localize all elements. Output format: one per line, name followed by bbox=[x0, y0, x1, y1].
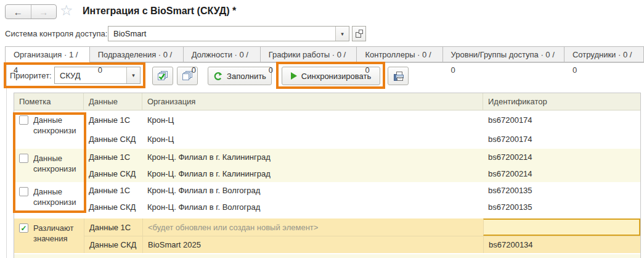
print-list-button[interactable] bbox=[388, 67, 409, 85]
cell-organization[interactable]: Крон-Ц bbox=[142, 110, 483, 130]
acs-value[interactable]: BioSmart bbox=[108, 27, 335, 41]
cell-organization[interactable]: BioSmart 2025 bbox=[142, 236, 483, 253]
tab-4[interactable]: Контроллеры · 0 / 0 bbox=[356, 46, 442, 62]
col-header-organization[interactable]: Организация bbox=[142, 93, 483, 110]
cell-source[interactable]: Данные СКД bbox=[84, 165, 142, 182]
acs-open-button[interactable] bbox=[352, 26, 366, 41]
fill-button[interactable]: Заполнить bbox=[208, 67, 272, 85]
mark-cell: Данные синхронизи bbox=[14, 182, 84, 215]
mark-cell: Данные синхронизи bbox=[14, 149, 84, 182]
cell-source[interactable]: Данные 1С bbox=[84, 110, 142, 130]
table-group-3: ✓Различают значенияДанные 1С<будет обнов… bbox=[14, 218, 640, 253]
cell-identifier[interactable]: bs67200174 bbox=[483, 110, 640, 130]
col-header-data[interactable]: Данные bbox=[84, 93, 142, 110]
set-all-marks-icon bbox=[157, 70, 169, 81]
col-header-identifier[interactable]: Идентификатор bbox=[483, 93, 640, 110]
tab-1[interactable]: Подразделения · 0 / 0 bbox=[89, 46, 183, 62]
cell-identifier[interactable]: bs67200174 bbox=[483, 130, 640, 149]
set-all-marks-button[interactable] bbox=[152, 67, 173, 85]
tab-bar: Организация · 1 / 4Подразделения · 0 / 0… bbox=[5, 46, 644, 63]
cell-organization[interactable]: Крон-Ц. Филиал в г. Калининград bbox=[142, 149, 483, 165]
printer-icon bbox=[393, 71, 404, 81]
mark-cell: ✓Различают значения bbox=[14, 218, 84, 253]
acs-combobox[interactable]: BioSmart ▾ bbox=[108, 26, 349, 41]
play-icon bbox=[291, 72, 297, 80]
mark-cell: Данные синхронизи bbox=[14, 110, 84, 149]
table-group-0: Данные синхронизиДанные 1СКрон-Цbs672001… bbox=[14, 110, 640, 149]
acs-dropdown-icon[interactable]: ▾ bbox=[335, 27, 349, 41]
table-header-row: Пометка Данные Организация Идентификатор bbox=[14, 93, 640, 110]
checkbox-unchecked[interactable] bbox=[19, 115, 28, 125]
tab-3[interactable]: Графики работы · 0 / 0 bbox=[260, 46, 357, 62]
mark-label: Данные синхронизи bbox=[33, 153, 81, 174]
fill-button-label: Заполнить bbox=[227, 72, 266, 81]
cell-source[interactable]: Данные 1С bbox=[84, 182, 142, 199]
table-group-1: Данные синхронизиДанные 1СКрон-Ц. Филиал… bbox=[14, 149, 640, 182]
mark-label: Данные синхронизи bbox=[33, 186, 81, 207]
cell-identifier[interactable]: bs67200214 bbox=[483, 149, 640, 165]
nav-history-group: ← → bbox=[5, 4, 57, 19]
cell-source[interactable]: Данные 1С bbox=[84, 218, 142, 236]
table-group-2: Данные синхронизиДанные 1СКрон-Ц. Филиал… bbox=[14, 182, 640, 215]
acs-field-label: Система контроля доступа: bbox=[5, 29, 107, 38]
cell-identifier[interactable]: bs67200214 bbox=[483, 165, 640, 182]
cell-organization[interactable]: Крон-Ц. Филиал в г. Волгоград bbox=[142, 182, 483, 199]
page-title: Интеграция с BioSmart (СКУД) * bbox=[83, 6, 236, 17]
next-row-partial bbox=[14, 254, 640, 258]
cell-identifier[interactable]: bs67200134 bbox=[483, 236, 640, 253]
cell-organization[interactable]: Крон-Ц. Филиал в г. Волгоград bbox=[142, 199, 483, 215]
mark-label: Различают значения bbox=[33, 223, 81, 244]
tab-5[interactable]: Уровни/Группы доступа · 0 / 0 bbox=[442, 46, 564, 62]
cell-source[interactable]: Данные СКД bbox=[84, 199, 142, 215]
priority-value[interactable]: СКУД bbox=[55, 67, 126, 83]
cell-organization[interactable]: <будет обновлен или создан новый элемент… bbox=[142, 218, 483, 236]
priority-dropdown-icon[interactable]: ▾ bbox=[126, 67, 140, 83]
cell-identifier[interactable]: bs67200135 bbox=[483, 182, 640, 199]
sync-button-label: Синхронизировать bbox=[301, 72, 371, 81]
mark-label: Данные синхронизи bbox=[33, 115, 81, 136]
col-header-mark[interactable]: Пометка bbox=[14, 93, 84, 110]
cell-organization[interactable]: Крон-Ц bbox=[142, 130, 483, 149]
tab-0[interactable]: Организация · 1 / 4 bbox=[5, 46, 89, 63]
cell-source[interactable]: Данные СКД bbox=[84, 236, 142, 253]
table-body: Данные синхронизиДанные 1СКрон-Цbs672001… bbox=[14, 110, 640, 258]
refresh-icon bbox=[213, 72, 222, 81]
cell-identifier-selected[interactable] bbox=[483, 218, 640, 236]
cell-source[interactable]: Данные 1С bbox=[84, 149, 142, 165]
row-gap bbox=[14, 215, 640, 217]
back-button[interactable]: ← bbox=[6, 5, 31, 19]
cell-source[interactable]: Данные СКД bbox=[84, 130, 142, 149]
tab-2[interactable]: Должности · 0 / 0 bbox=[183, 46, 260, 62]
cell-identifier[interactable]: bs67200135 bbox=[483, 199, 640, 215]
mapping-table: Пометка Данные Организация Идентификатор… bbox=[14, 93, 641, 258]
checkbox-checked[interactable]: ✓ bbox=[19, 223, 28, 233]
tab-6[interactable]: Сотрудники · 0 / 0 bbox=[564, 46, 644, 62]
window: ← → ☆ Интеграция с BioSmart (СКУД) * Сис… bbox=[0, 0, 644, 258]
forward-button[interactable]: → bbox=[31, 5, 57, 19]
cell-organization[interactable]: Крон-Ц. Филиал в г. Калининград bbox=[142, 165, 483, 182]
favorite-star-icon[interactable]: ☆ bbox=[60, 2, 73, 19]
open-link-icon bbox=[354, 29, 364, 38]
checkbox-unchecked[interactable] bbox=[19, 187, 28, 196]
checkbox-unchecked[interactable] bbox=[19, 154, 28, 163]
